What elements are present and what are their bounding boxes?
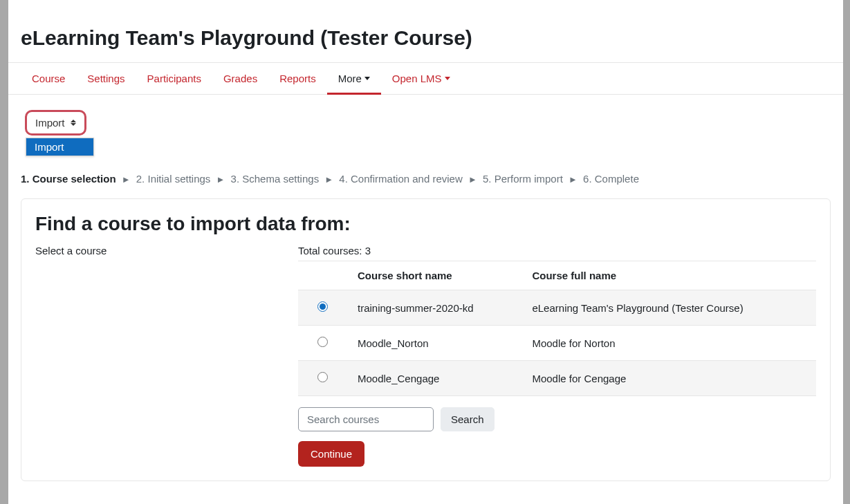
import-steps: 1. Course selection ► 2. Initial setting… (8, 141, 843, 190)
tab-more[interactable]: More (327, 63, 381, 94)
tab-label: Settings (87, 73, 124, 84)
column-radio (298, 261, 347, 290)
continue-button[interactable]: Continue (298, 441, 364, 467)
course-short-name: Moodle_Norton (347, 326, 521, 361)
course-short-name: Moodle_Cengage (347, 361, 521, 396)
step-arrow-icon: ► (122, 174, 131, 185)
step-initial-settings: 2. Initial settings (136, 173, 211, 185)
table-row: training-summer-2020-kd eLearning Team's… (298, 290, 816, 326)
course-tabs: Course Settings Participants Grades Repo… (8, 63, 843, 95)
table-row: Moodle_Cengage Moodle for Cengage (298, 361, 816, 396)
tab-label: Course (32, 73, 65, 84)
search-button[interactable]: Search (441, 407, 495, 431)
step-arrow-icon: ► (216, 174, 225, 185)
course-radio[interactable] (317, 372, 328, 382)
tab-label: Reports (279, 73, 316, 84)
select-toggle-icon (71, 120, 76, 126)
total-courses-label: Total courses: 3 (298, 245, 816, 256)
step-arrow-icon: ► (569, 174, 578, 185)
search-courses-input[interactable] (298, 407, 434, 431)
step-perform-import: 5. Perform import (483, 173, 563, 185)
course-full-name: eLearning Team's Playground (Tester Cour… (521, 290, 816, 326)
column-short-name: Course short name (347, 261, 521, 290)
tab-settings[interactable]: Settings (76, 63, 136, 94)
panel-heading: Find a course to import data from: (21, 213, 830, 245)
step-arrow-icon: ► (468, 174, 477, 185)
tab-open-lms[interactable]: Open LMS (381, 63, 461, 94)
tab-label: More (338, 73, 362, 84)
course-short-name: training-summer-2020-kd (347, 290, 521, 326)
select-course-label: Select a course (35, 245, 298, 467)
import-panel: Find a course to import data from: Selec… (21, 198, 831, 481)
tab-label: Grades (223, 73, 257, 84)
column-full-name: Course full name (521, 261, 816, 290)
chevron-down-icon (364, 77, 370, 80)
chevron-down-icon (445, 77, 450, 80)
course-radio[interactable] (317, 301, 328, 312)
tab-participants[interactable]: Participants (136, 63, 212, 94)
page-title: eLearning Team's Playground (Tester Cour… (8, 26, 843, 63)
step-schema-settings: 3. Schema settings (231, 173, 320, 185)
tab-grades[interactable]: Grades (212, 63, 268, 94)
course-table: Course short name Course full name train… (298, 261, 816, 396)
tab-label: Participants (147, 73, 201, 84)
tab-label: Open LMS (392, 73, 442, 84)
course-full-name: Moodle for Cengage (521, 361, 816, 396)
table-row: Moodle_Norton Moodle for Norton (298, 326, 816, 361)
course-radio[interactable] (317, 337, 328, 347)
step-course-selection: 1. Course selection (21, 173, 116, 185)
step-confirmation: 4. Confirmation and review (339, 173, 462, 185)
step-complete: 6. Complete (583, 173, 639, 185)
course-full-name: Moodle for Norton (521, 326, 816, 361)
action-select-value: Import (35, 117, 65, 129)
action-select[interactable]: Import (25, 110, 86, 136)
tab-reports[interactable]: Reports (268, 63, 327, 94)
tab-course[interactable]: Course (21, 63, 76, 94)
action-select-option-import[interactable]: Import (26, 138, 94, 156)
step-arrow-icon: ► (324, 174, 333, 185)
